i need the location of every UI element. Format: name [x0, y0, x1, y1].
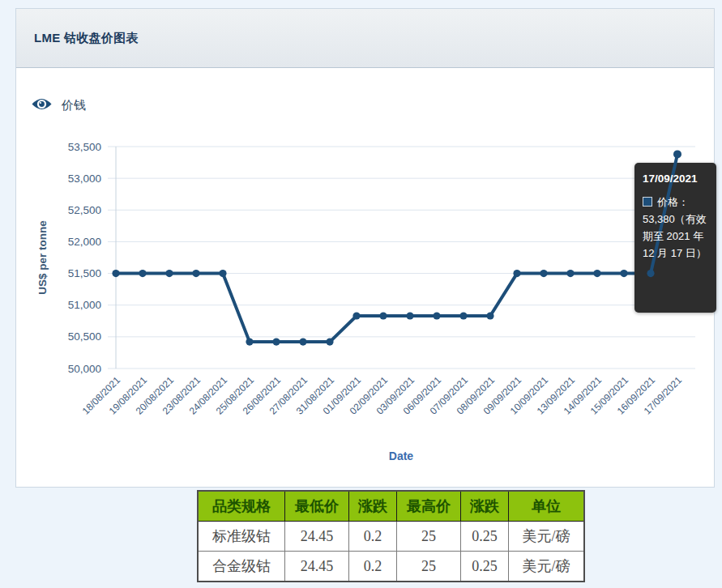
- legend-label: 价钱: [62, 98, 86, 113]
- table-cell: 美元/磅: [509, 522, 585, 552]
- table-header-cell: 最低价: [285, 491, 349, 522]
- table-cell: 0.25: [461, 552, 509, 582]
- table-header-cell: 涨跌: [461, 491, 509, 522]
- price-table-body: 标准级钴24.450.2250.25美元/磅合金级钴24.450.2250.25…: [198, 522, 584, 582]
- chart-tooltip-content: 17/09/2021 价格：53,380（有效期至 2021 年 12 月 17…: [634, 163, 716, 313]
- table-cell: 0.25: [461, 522, 509, 552]
- table-cell: 美元/磅: [509, 552, 585, 582]
- series-marker-icon: [643, 197, 652, 207]
- tooltip-body: 价格：53,380（有效期至 2021 年 12 月 17 日）: [643, 194, 710, 262]
- table-header-cell: 单位: [509, 491, 585, 522]
- table-cell: 合金级钴: [198, 552, 285, 582]
- table-cell: 25: [397, 522, 461, 552]
- table-header-cell: 涨跌: [349, 491, 397, 522]
- card-header: LME 钴收盘价图表: [16, 9, 714, 68]
- table-cell: 0.2: [349, 552, 397, 582]
- table-cell: 0.2: [349, 522, 397, 552]
- tooltip-date: 17/09/2021: [643, 173, 710, 185]
- tooltip-value: 53,380（有效期至 2021 年 12 月 17 日）: [643, 213, 707, 259]
- page-title: LME 钴收盘价图表: [34, 31, 139, 46]
- price-table: 品类规格最低价涨跌最高价涨跌单位 标准级钴24.450.2250.25美元/磅合…: [197, 490, 585, 582]
- legend-item-price[interactable]: 价钱: [31, 96, 86, 115]
- table-cell: 25: [397, 552, 461, 582]
- chart-card: LME 钴收盘价图表: [15, 8, 715, 488]
- table-row: 标准级钴24.450.2250.25美元/磅: [198, 522, 584, 552]
- table-cell: 24.45: [285, 552, 349, 582]
- table-cell: 标准级钴: [198, 522, 285, 552]
- eye-icon: [31, 96, 53, 115]
- table-header-cell: 最高价: [397, 491, 461, 522]
- table-row: 合金级钴24.450.2250.25美元/磅: [198, 552, 584, 582]
- table-cell: 24.45: [285, 522, 349, 552]
- table-header-cell: 品类规格: [198, 491, 285, 522]
- price-table-head: 品类规格最低价涨跌最高价涨跌单位: [198, 491, 584, 522]
- tooltip-series-label: 价格：: [657, 196, 689, 208]
